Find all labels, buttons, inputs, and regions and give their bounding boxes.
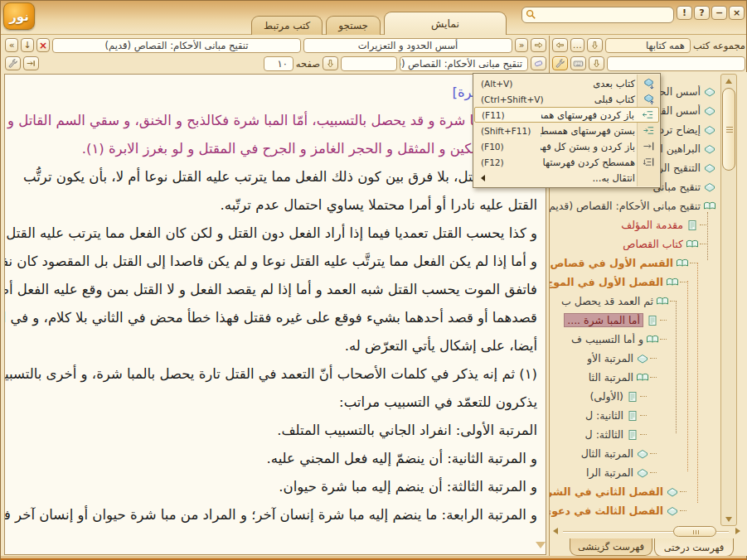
menu-item[interactable]: باز کردن و بستن کل فهرست جاری(F10) bbox=[474, 138, 659, 154]
tree-item[interactable]: الفصل الثاني في الشرو bbox=[550, 482, 720, 501]
tree-item[interactable]: ثم العمد قد یحصل ب bbox=[550, 292, 720, 311]
tree-item[interactable]: تنقیح مبانی الأحکام: القصاص (قدیم) bbox=[550, 196, 720, 215]
tree-connector bbox=[640, 434, 647, 435]
scroll-right-icon[interactable] bbox=[735, 528, 740, 534]
tree-item[interactable]: أما المبا شرة .... bbox=[550, 311, 720, 330]
tree-item-label: ثم العمد قد یحصل ب bbox=[561, 295, 653, 307]
tree-item[interactable]: المرتبة الأو bbox=[550, 349, 720, 368]
page-number-field[interactable]: ۱۰ bbox=[264, 56, 293, 71]
window-buttons: ! ? − × bbox=[677, 6, 745, 20]
scroll-left-icon[interactable] bbox=[553, 528, 558, 534]
tree-item-label: الفصل الثاني في الشرو bbox=[550, 485, 663, 498]
menu-item-shortcut: (F12) bbox=[474, 157, 541, 167]
tab-display[interactable]: نمایش bbox=[384, 12, 507, 35]
section-field[interactable]: أسس الحدود و التعزیرات bbox=[303, 38, 512, 53]
flatten-icon bbox=[638, 156, 659, 168]
tree-item[interactable]: و أما التسبیب ف bbox=[550, 330, 720, 349]
tree-item[interactable]: مقدمة المؤلف bbox=[550, 215, 720, 234]
book-nav-field[interactable]: تنقیح مبانی الأحکام: القصاص (قدیم) bbox=[52, 38, 301, 53]
page-icon bbox=[626, 428, 639, 442]
tree-connector bbox=[680, 491, 686, 492]
grip-icon bbox=[693, 530, 694, 534]
collection-dropdown-icon[interactable] bbox=[587, 38, 603, 52]
volume-field[interactable] bbox=[341, 56, 397, 71]
wrench-icon[interactable] bbox=[5, 56, 21, 70]
menu-item[interactable]: بستن فهرستهای همسطح(Shift+F11) bbox=[474, 123, 659, 138]
menu-item-label: کتاب بعدی bbox=[541, 78, 638, 89]
tree-item[interactable]: الثالثة: ل bbox=[550, 425, 720, 444]
context-menu: کتاب بعدی(Alt+V)کتاب قبلی(Ctrl+Shift+V)ب… bbox=[473, 73, 661, 188]
tree-item[interactable]: المرتبة الثا bbox=[550, 368, 720, 387]
tree-tools-wrench-icon[interactable] bbox=[552, 56, 568, 70]
tree-item-label: المرتبة الثا bbox=[589, 371, 633, 384]
menu-item[interactable]: باز کردن فهرستهای همسطح(F11) bbox=[474, 107, 659, 123]
more-options-button[interactable]: … bbox=[570, 38, 585, 52]
goto-page-icon[interactable] bbox=[23, 56, 39, 70]
close-button[interactable]: × bbox=[729, 6, 745, 20]
drop-down-button[interactable]: ↓ bbox=[21, 38, 34, 52]
menu-item[interactable]: همسطح کردن فهرستها(F12) bbox=[474, 154, 659, 170]
tree-item[interactable]: الثانیة: ل bbox=[550, 406, 720, 425]
collection-label: مجموعه کتب bbox=[693, 40, 745, 51]
minimize-button[interactable]: − bbox=[711, 6, 727, 20]
forward-arrow-button[interactable] bbox=[531, 38, 546, 52]
tree-item[interactable]: القسم الأول في قصاص النف bbox=[550, 253, 720, 273]
app-logo[interactable]: نور bbox=[3, 2, 35, 30]
tree-connector bbox=[650, 377, 657, 378]
tab-search[interactable]: جستجو bbox=[326, 16, 381, 35]
filter-dropdown-icon[interactable] bbox=[589, 56, 604, 70]
tab-related-books[interactable]: کتب مرتبط bbox=[251, 16, 323, 35]
tree-item-label: التنقیح الرا bbox=[655, 162, 701, 174]
tab-selective-index[interactable]: فهرست گزینشی bbox=[570, 538, 652, 556]
book-tag-icon[interactable] bbox=[531, 56, 546, 70]
tree-item[interactable]: (الأولی) bbox=[550, 387, 720, 406]
tree-item[interactable]: الفصل الثالث في دعوی bbox=[550, 501, 720, 520]
menu-item[interactable]: انتقال به... bbox=[474, 170, 659, 186]
alert-button[interactable]: ! bbox=[677, 6, 692, 20]
book-select-field[interactable]: تنقیح مبانی الأحکام: القصاص (قدیم) bbox=[400, 56, 528, 71]
tab-tree-index[interactable]: فهرست درختی bbox=[654, 538, 734, 556]
collapse-panel-button[interactable]: « bbox=[5, 38, 18, 52]
tree-item[interactable]: الفصل الأول في الموج bbox=[550, 273, 720, 292]
sidebar-toolbar-row1: … همه کتابها مجموعه کتب bbox=[552, 37, 745, 53]
search-input[interactable] bbox=[536, 8, 671, 22]
keyboard-icon[interactable] bbox=[570, 56, 586, 70]
tree-filter-input[interactable] bbox=[613, 59, 740, 69]
back-arrow-button[interactable] bbox=[552, 38, 568, 52]
menu-item[interactable]: کتاب قبلی(Ctrl+Shift+V) bbox=[474, 91, 659, 107]
horizontal-scroll-thumb[interactable] bbox=[673, 526, 716, 537]
main-toolbar-row2: ۱۰ صفحه تنقیح مبانی الأحکام: القصاص (قدی… bbox=[5, 56, 546, 71]
book-icon bbox=[636, 466, 649, 480]
vertical-scroll-thumb[interactable] bbox=[722, 88, 735, 171]
expand-level-icon bbox=[637, 109, 658, 121]
collection-select[interactable]: همه کتابها bbox=[605, 38, 691, 53]
tree-horizontal-scrollbar[interactable] bbox=[551, 525, 742, 538]
tree-item[interactable]: المرتبة الثال bbox=[550, 444, 720, 463]
tree-connector bbox=[640, 415, 647, 416]
scroll-down-icon[interactable] bbox=[536, 542, 546, 548]
document-line: و كذا يحسب القتل تعمديا فيما إذا أراد ال… bbox=[12, 220, 537, 248]
menu-item[interactable]: کتاب بعدی(Alt+V) bbox=[474, 75, 659, 91]
tree-item-label: القسم الأول في قصاص النف bbox=[550, 257, 673, 269]
tree-item-label: الثالثة: ل bbox=[585, 428, 623, 441]
menu-item-label: بستن فهرستهای همسطح bbox=[541, 125, 638, 137]
scroll-up-button[interactable] bbox=[722, 75, 735, 86]
document-line: عمد في القتل، بلا فرق بين كون ذلك الفعل … bbox=[12, 163, 537, 191]
chevrons-button[interactable]: » bbox=[515, 38, 528, 52]
titlebar: نور ! ? − × کتب مرتبط جستجو نمایش bbox=[1, 1, 746, 35]
tree-connector bbox=[650, 358, 657, 359]
close-book-button[interactable]: × bbox=[36, 38, 50, 52]
openbook-icon bbox=[646, 333, 659, 346]
openbook-icon bbox=[676, 257, 689, 270]
scroll-down-button[interactable] bbox=[722, 514, 735, 524]
tree-connector bbox=[650, 453, 657, 454]
volume-dropdown-icon[interactable] bbox=[323, 56, 338, 70]
tree-connector bbox=[680, 282, 686, 282]
arrow-down-icon bbox=[725, 517, 732, 522]
tree-item[interactable]: کتاب القصاص bbox=[550, 234, 720, 253]
tree-item[interactable]: المرتبة الرا bbox=[550, 463, 720, 482]
tree-vertical-scrollbar[interactable] bbox=[720, 74, 737, 526]
page-icon bbox=[646, 314, 659, 327]
tree-item-label: المرتبة الثال bbox=[581, 447, 633, 460]
help-button[interactable]: ? bbox=[694, 6, 710, 20]
